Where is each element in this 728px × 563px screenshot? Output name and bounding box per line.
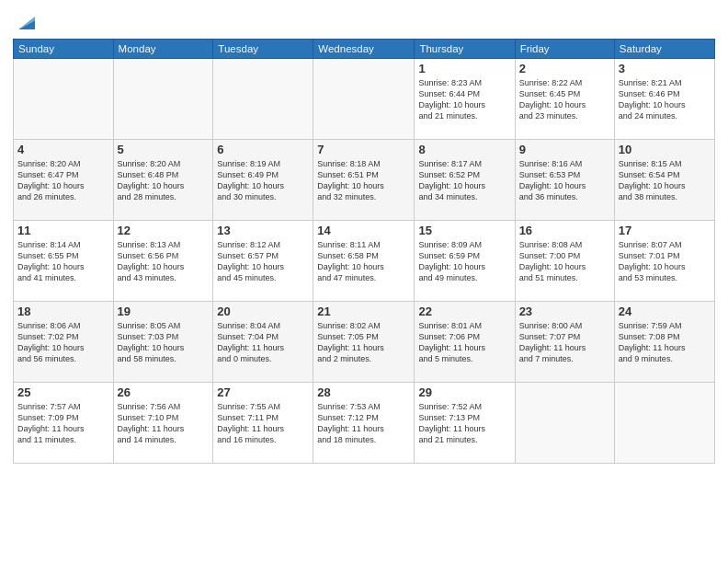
day-info: Sunrise: 8:11 AM Sunset: 6:58 PM Dayligh… — [317, 239, 410, 284]
calendar-day-cell: 29Sunrise: 7:52 AM Sunset: 7:13 PM Dayli… — [415, 383, 515, 464]
calendar-day-cell — [313, 59, 415, 140]
calendar-day-cell: 24Sunrise: 7:59 AM Sunset: 7:08 PM Dayli… — [614, 302, 714, 383]
calendar-week-row: 1Sunrise: 8:23 AM Sunset: 6:44 PM Daylig… — [14, 59, 715, 140]
calendar-day-cell: 3Sunrise: 8:21 AM Sunset: 6:46 PM Daylig… — [614, 59, 714, 140]
day-info: Sunrise: 8:02 AM Sunset: 7:05 PM Dayligh… — [317, 320, 410, 365]
day-info: Sunrise: 8:04 AM Sunset: 7:04 PM Dayligh… — [217, 320, 309, 365]
day-info: Sunrise: 7:56 AM Sunset: 7:10 PM Dayligh… — [118, 401, 210, 446]
day-number: 5 — [118, 143, 210, 156]
calendar-day-cell: 9Sunrise: 8:16 AM Sunset: 6:53 PM Daylig… — [515, 140, 614, 221]
calendar-day-header: Sunday — [14, 40, 114, 59]
day-number: 12 — [118, 224, 210, 237]
day-info: Sunrise: 7:59 AM Sunset: 7:08 PM Dayligh… — [619, 320, 711, 365]
calendar-day-cell: 4Sunrise: 8:20 AM Sunset: 6:47 PM Daylig… — [14, 140, 114, 221]
day-info: Sunrise: 8:22 AM Sunset: 6:45 PM Dayligh… — [519, 77, 610, 122]
day-info: Sunrise: 7:57 AM Sunset: 7:09 PM Dayligh… — [17, 401, 109, 446]
day-number: 1 — [418, 62, 510, 75]
day-info: Sunrise: 8:05 AM Sunset: 7:03 PM Dayligh… — [118, 320, 210, 365]
logo-icon — [15, 13, 35, 33]
calendar-day-cell: 2Sunrise: 8:22 AM Sunset: 6:45 PM Daylig… — [515, 59, 614, 140]
day-info: Sunrise: 8:21 AM Sunset: 6:46 PM Dayligh… — [619, 77, 711, 122]
calendar-day-cell: 5Sunrise: 8:20 AM Sunset: 6:48 PM Daylig… — [113, 140, 213, 221]
day-number: 28 — [317, 385, 410, 399]
calendar-day-cell: 21Sunrise: 8:02 AM Sunset: 7:05 PM Dayli… — [313, 302, 415, 383]
day-number: 4 — [17, 143, 109, 156]
calendar-day-cell: 18Sunrise: 8:06 AM Sunset: 7:02 PM Dayli… — [14, 302, 114, 383]
day-info: Sunrise: 8:08 AM Sunset: 7:00 PM Dayligh… — [519, 239, 610, 284]
day-number: 15 — [418, 224, 510, 237]
calendar-day-cell: 22Sunrise: 8:01 AM Sunset: 7:06 PM Dayli… — [415, 302, 515, 383]
calendar-week-row: 18Sunrise: 8:06 AM Sunset: 7:02 PM Dayli… — [14, 302, 715, 383]
day-number: 29 — [418, 385, 510, 399]
calendar-day-cell: 12Sunrise: 8:13 AM Sunset: 6:56 PM Dayli… — [113, 221, 213, 302]
day-info: Sunrise: 8:17 AM Sunset: 6:52 PM Dayligh… — [418, 158, 510, 203]
day-number: 7 — [317, 143, 410, 156]
day-info: Sunrise: 8:07 AM Sunset: 7:01 PM Dayligh… — [619, 239, 711, 284]
calendar-day-header: Tuesday — [213, 40, 313, 59]
day-number: 8 — [418, 143, 510, 156]
day-number: 24 — [619, 304, 711, 318]
calendar: SundayMondayTuesdayWednesdayThursdayFrid… — [13, 39, 715, 464]
calendar-day-cell: 6Sunrise: 8:19 AM Sunset: 6:49 PM Daylig… — [213, 140, 313, 221]
header — [13, 9, 715, 33]
day-number: 21 — [317, 304, 410, 318]
day-info: Sunrise: 7:52 AM Sunset: 7:13 PM Dayligh… — [418, 401, 510, 446]
day-number: 18 — [17, 304, 109, 318]
day-number: 6 — [217, 143, 309, 156]
day-info: Sunrise: 8:13 AM Sunset: 6:56 PM Dayligh… — [118, 239, 210, 284]
day-number: 20 — [217, 304, 309, 318]
calendar-header-row: SundayMondayTuesdayWednesdayThursdayFrid… — [14, 40, 715, 59]
calendar-week-row: 11Sunrise: 8:14 AM Sunset: 6:55 PM Dayli… — [14, 221, 715, 302]
day-info: Sunrise: 8:20 AM Sunset: 6:48 PM Dayligh… — [118, 158, 210, 203]
calendar-day-cell: 20Sunrise: 8:04 AM Sunset: 7:04 PM Dayli… — [213, 302, 313, 383]
day-info: Sunrise: 8:00 AM Sunset: 7:07 PM Dayligh… — [519, 320, 610, 365]
day-info: Sunrise: 8:01 AM Sunset: 7:06 PM Dayligh… — [418, 320, 510, 365]
calendar-day-cell: 15Sunrise: 8:09 AM Sunset: 6:59 PM Dayli… — [415, 221, 515, 302]
calendar-day-cell: 27Sunrise: 7:55 AM Sunset: 7:11 PM Dayli… — [213, 383, 313, 464]
day-info: Sunrise: 8:23 AM Sunset: 6:44 PM Dayligh… — [418, 77, 510, 122]
calendar-day-cell: 8Sunrise: 8:17 AM Sunset: 6:52 PM Daylig… — [415, 140, 515, 221]
day-info: Sunrise: 8:06 AM Sunset: 7:02 PM Dayligh… — [17, 320, 109, 365]
calendar-day-header: Friday — [515, 40, 614, 59]
calendar-day-cell: 10Sunrise: 8:15 AM Sunset: 6:54 PM Dayli… — [614, 140, 714, 221]
day-number: 3 — [619, 62, 711, 75]
calendar-day-cell: 14Sunrise: 8:11 AM Sunset: 6:58 PM Dayli… — [313, 221, 415, 302]
calendar-day-cell: 13Sunrise: 8:12 AM Sunset: 6:57 PM Dayli… — [213, 221, 313, 302]
day-number: 22 — [418, 304, 510, 318]
day-info: Sunrise: 8:18 AM Sunset: 6:51 PM Dayligh… — [317, 158, 410, 203]
day-number: 11 — [17, 224, 109, 237]
calendar-day-cell: 16Sunrise: 8:08 AM Sunset: 7:00 PM Dayli… — [515, 221, 614, 302]
day-info: Sunrise: 8:19 AM Sunset: 6:49 PM Dayligh… — [217, 158, 309, 203]
day-info: Sunrise: 8:12 AM Sunset: 6:57 PM Dayligh… — [217, 239, 309, 284]
calendar-day-cell: 17Sunrise: 8:07 AM Sunset: 7:01 PM Dayli… — [614, 221, 714, 302]
calendar-day-cell: 25Sunrise: 7:57 AM Sunset: 7:09 PM Dayli… — [14, 383, 114, 464]
calendar-day-cell: 28Sunrise: 7:53 AM Sunset: 7:12 PM Dayli… — [313, 383, 415, 464]
day-number: 26 — [118, 385, 210, 399]
calendar-day-cell — [515, 383, 614, 464]
calendar-day-header: Wednesday — [313, 40, 415, 59]
calendar-day-cell — [213, 59, 313, 140]
calendar-day-cell: 23Sunrise: 8:00 AM Sunset: 7:07 PM Dayli… — [515, 302, 614, 383]
day-info: Sunrise: 8:16 AM Sunset: 6:53 PM Dayligh… — [519, 158, 610, 203]
day-number: 23 — [519, 304, 610, 318]
day-info: Sunrise: 7:55 AM Sunset: 7:11 PM Dayligh… — [217, 401, 309, 446]
calendar-day-cell: 19Sunrise: 8:05 AM Sunset: 7:03 PM Dayli… — [113, 302, 213, 383]
calendar-week-row: 4Sunrise: 8:20 AM Sunset: 6:47 PM Daylig… — [14, 140, 715, 221]
day-number: 9 — [519, 143, 610, 156]
day-number: 13 — [217, 224, 309, 237]
calendar-day-header: Thursday — [415, 40, 515, 59]
calendar-week-row: 25Sunrise: 7:57 AM Sunset: 7:09 PM Dayli… — [14, 383, 715, 464]
day-info: Sunrise: 8:20 AM Sunset: 6:47 PM Dayligh… — [17, 158, 109, 203]
calendar-day-cell — [113, 59, 213, 140]
logo — [13, 13, 35, 33]
calendar-day-cell: 11Sunrise: 8:14 AM Sunset: 6:55 PM Dayli… — [14, 221, 114, 302]
day-info: Sunrise: 8:09 AM Sunset: 6:59 PM Dayligh… — [418, 239, 510, 284]
calendar-day-cell: 1Sunrise: 8:23 AM Sunset: 6:44 PM Daylig… — [415, 59, 515, 140]
day-number: 19 — [118, 304, 210, 318]
calendar-day-header: Saturday — [614, 40, 714, 59]
calendar-day-header: Monday — [113, 40, 213, 59]
calendar-day-cell: 7Sunrise: 8:18 AM Sunset: 6:51 PM Daylig… — [313, 140, 415, 221]
calendar-day-cell — [614, 383, 714, 464]
day-number: 27 — [217, 385, 309, 399]
day-number: 2 — [519, 62, 610, 75]
